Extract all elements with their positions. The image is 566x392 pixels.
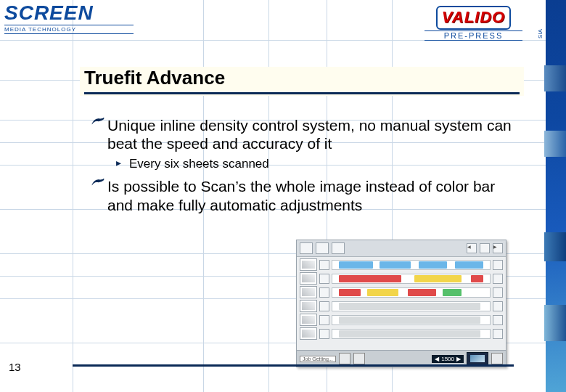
page-number: 13 bbox=[9, 361, 21, 373]
track-lane[interactable] bbox=[332, 315, 491, 325]
swoosh-bullet-icon bbox=[91, 177, 107, 187]
status-button[interactable] bbox=[353, 353, 365, 364]
density-segment bbox=[380, 261, 411, 269]
track-control[interactable] bbox=[319, 274, 329, 284]
density-segment bbox=[339, 289, 361, 296]
triangle-bullet-icon: ▸ bbox=[116, 157, 129, 168]
toolbar-button[interactable] bbox=[332, 242, 345, 254]
right-triangle-icon[interactable]: ▶ bbox=[456, 356, 461, 362]
track-row bbox=[300, 286, 503, 298]
density-segment bbox=[339, 261, 374, 269]
track-row bbox=[300, 300, 503, 312]
valido-logo-sia: SIA bbox=[537, 29, 544, 38]
track-area bbox=[297, 257, 506, 343]
preview-thumbnail[interactable] bbox=[467, 352, 488, 365]
bullet-item: Is possible to Scan’s the whole image in… bbox=[91, 177, 520, 213]
track-lane[interactable] bbox=[332, 301, 491, 311]
track-control[interactable] bbox=[319, 260, 329, 270]
track-lane[interactable] bbox=[332, 329, 491, 339]
valido-logo-word: VALIDO bbox=[442, 8, 505, 27]
status-button[interactable] bbox=[491, 353, 503, 364]
track-control[interactable] bbox=[319, 315, 329, 325]
slide-title: Truefit Advance bbox=[84, 67, 520, 94]
density-segment bbox=[471, 275, 483, 282]
track-row bbox=[300, 258, 503, 271]
density-segment bbox=[339, 317, 480, 324]
density-segment bbox=[414, 275, 462, 282]
screen-logo-tagline: MEDIA TECHNOLOGY bbox=[4, 25, 134, 34]
density-segment bbox=[339, 330, 480, 338]
bullet-text: Unique inline density control system, no… bbox=[107, 116, 520, 152]
track-thumbnail[interactable] bbox=[300, 314, 317, 326]
bullet-text: Is possible to Scan’s the whole image in… bbox=[107, 177, 520, 213]
density-segment bbox=[367, 289, 398, 296]
back-icon[interactable]: ◀ bbox=[467, 243, 477, 253]
bottom-rule bbox=[73, 364, 514, 367]
track-control[interactable] bbox=[319, 301, 329, 311]
sub-bullet-item: ▸ Every six sheets scanned bbox=[116, 157, 520, 171]
toolbar-button[interactable] bbox=[316, 242, 329, 254]
screen-logo: SCREEN MEDIA TECHNOLOGY bbox=[4, 3, 134, 34]
sub-bullet-text: Every six sheets scanned bbox=[129, 157, 269, 171]
forward-icon[interactable]: ▶ bbox=[493, 243, 503, 253]
embedded-screenshot: ◀ ▶ Job Getting... ◀ 1500 ▶ bbox=[296, 240, 506, 367]
track-row bbox=[300, 314, 503, 326]
density-segment bbox=[339, 275, 402, 282]
status-button[interactable] bbox=[339, 353, 350, 364]
valido-logo-box: VALIDO bbox=[436, 6, 511, 30]
grid-icon[interactable] bbox=[480, 243, 490, 253]
slide-title-box: Truefit Advance bbox=[80, 67, 524, 96]
valido-logo-tagline: PRE-PRESS bbox=[424, 30, 522, 41]
toolbar-button[interactable] bbox=[300, 242, 313, 254]
screen-logo-word: SCREEN bbox=[4, 3, 134, 23]
track-thumbnail[interactable] bbox=[300, 258, 317, 271]
track-thumbnail[interactable] bbox=[300, 272, 317, 285]
density-segment bbox=[419, 261, 447, 269]
slide-body: Unique inline density control system, no… bbox=[91, 116, 520, 219]
job-status-label: Job Getting... bbox=[300, 356, 336, 362]
track-control[interactable] bbox=[319, 329, 329, 339]
density-segment bbox=[455, 261, 483, 269]
track-row bbox=[300, 327, 503, 340]
valido-logo: VALIDO PRE-PRESS bbox=[424, 6, 522, 41]
track-end-control[interactable] bbox=[493, 260, 503, 270]
track-thumbnail[interactable] bbox=[300, 327, 317, 340]
track-lane[interactable] bbox=[332, 274, 491, 284]
track-end-control[interactable] bbox=[493, 287, 503, 298]
screenshot-toolbar: ◀ ▶ bbox=[297, 240, 506, 257]
track-thumbnail[interactable] bbox=[300, 286, 317, 298]
bullet-item: Unique inline density control system, no… bbox=[91, 116, 520, 152]
left-triangle-icon[interactable]: ◀ bbox=[435, 356, 439, 362]
density-segment bbox=[443, 289, 462, 296]
track-end-control[interactable] bbox=[493, 315, 503, 325]
readout-panel: ◀ 1500 ▶ bbox=[432, 355, 464, 363]
density-segment bbox=[339, 303, 480, 310]
readout-value: 1500 bbox=[441, 356, 454, 362]
track-end-control[interactable] bbox=[493, 301, 503, 311]
swoosh-bullet-icon bbox=[91, 116, 107, 126]
track-end-control[interactable] bbox=[493, 274, 503, 284]
track-lane[interactable] bbox=[332, 287, 491, 298]
right-accent-band bbox=[546, 0, 566, 392]
track-row bbox=[300, 272, 503, 285]
track-lane[interactable] bbox=[332, 260, 491, 270]
track-end-control[interactable] bbox=[493, 329, 503, 339]
track-control[interactable] bbox=[319, 287, 329, 298]
track-thumbnail[interactable] bbox=[300, 300, 317, 312]
slide: SCREEN MEDIA TECHNOLOGY VALIDO PRE-PRESS… bbox=[0, 0, 566, 392]
density-segment bbox=[408, 289, 436, 296]
